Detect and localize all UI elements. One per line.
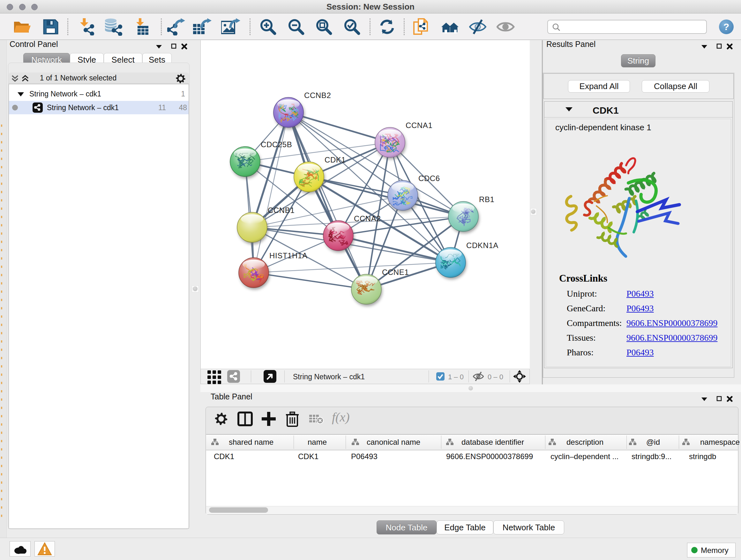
svg-text:CDC6: CDC6 [418, 174, 440, 183]
svg-text:CCNA2: CCNA2 [354, 214, 381, 223]
svg-text:RB1: RB1 [479, 195, 495, 204]
svg-text:CCNB1: CCNB1 [268, 206, 294, 214]
svg-text:CCNB2: CCNB2 [304, 91, 331, 100]
svg-text:CDK1: CDK1 [325, 155, 346, 164]
svg-text:HIST1H1A: HIST1H1A [269, 251, 308, 260]
svg-text:CDKN1A: CDKN1A [466, 241, 498, 250]
svg-text:CCNE1: CCNE1 [382, 268, 409, 276]
svg-text:CDC25B: CDC25B [261, 140, 292, 149]
svg-text:CCNA1: CCNA1 [406, 121, 432, 130]
